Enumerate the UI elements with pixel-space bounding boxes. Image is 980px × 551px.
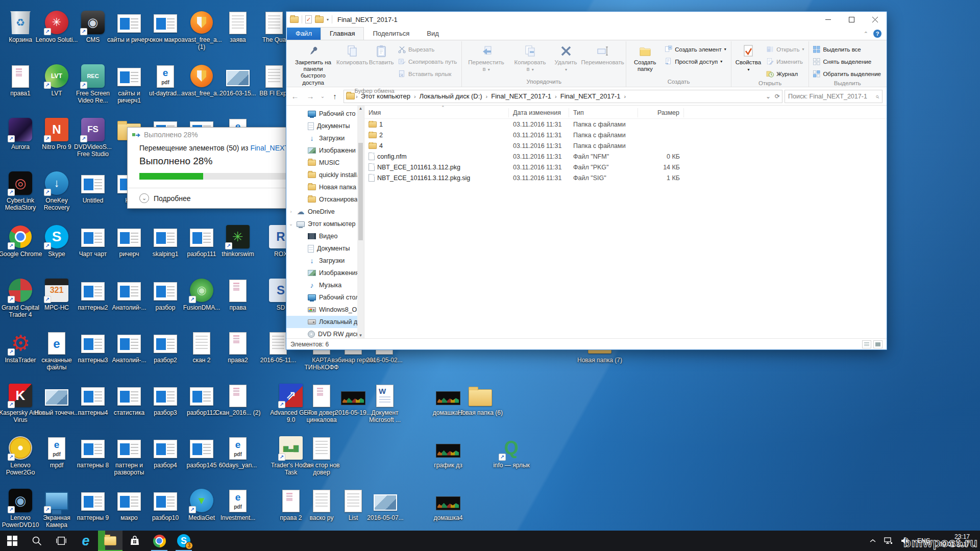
ribbon-button-Журнал[interactable]: Журнал <box>764 68 807 80</box>
ribbon-button-Снять выделение[interactable]: Снять выделение <box>811 56 884 67</box>
sidebar-item-Рабочий стол[interactable]: Рабочий стол <box>286 291 364 304</box>
ribbon-button-Простой доступ[interactable]: Простой доступ▾ <box>663 56 729 67</box>
tab-Вид[interactable]: Вид <box>418 28 448 40</box>
search-icon[interactable]: ⌕ <box>875 92 879 101</box>
refresh-icon[interactable]: ⟳ <box>775 93 780 100</box>
skype-button[interactable]: S3 <box>172 531 196 551</box>
minimize-button[interactable] <box>816 12 840 27</box>
sidebar-item-Загрузки[interactable]: ↓Загрузки <box>286 132 364 144</box>
desktop-icon[interactable]: epdf60days_yan... <box>214 436 261 469</box>
expander-icon[interactable]: ⌄ <box>288 221 293 227</box>
tab-Главная[interactable]: Главная <box>321 27 364 40</box>
desktop-icon[interactable]: права <box>214 278 261 311</box>
sidebar-item-DVD RW диско[interactable]: DVD RW диско <box>286 328 364 338</box>
ribbon-button-Переместить в[interactable]: Переместить в ▾ <box>463 42 509 78</box>
file-row[interactable]: 403.11.2016 11:31Папка с файлами <box>364 140 887 151</box>
column-header-Размер[interactable]: Размер <box>638 108 684 117</box>
ribbon-button-Открыть[interactable]: Открыть▾ <box>764 43 807 55</box>
explorer-titlebar[interactable]: ▾ Final_NEXT_2017-1 <box>286 12 887 27</box>
ribbon-collapse-icon[interactable]: ⌃ <box>864 31 868 37</box>
explorer-button[interactable] <box>98 531 122 551</box>
column-header-Дата изменения[interactable]: Дата изменения <box>509 108 569 117</box>
properties-qat-icon[interactable] <box>305 15 312 23</box>
file-row[interactable]: 103.11.2016 11:31Папка с файлами <box>364 119 887 130</box>
sidebar-item-OneDrive[interactable]: ›☁OneDrive <box>286 206 364 218</box>
ribbon-button-Создать элемент[interactable]: Создать элемент▾ <box>663 43 729 55</box>
breadcrumb-segment[interactable]: Final_NEXT_2017-1 <box>489 91 553 101</box>
details-view-button[interactable] <box>862 340 871 348</box>
ribbon-button-Переименовать[interactable]: Переименовать <box>581 42 625 78</box>
ribbon-button-Обратить выделение[interactable]: Обратить выделение <box>811 68 884 80</box>
ribbon-button-Копировать[interactable]: Копировать <box>338 42 366 87</box>
ribbon-button-Вставить ярлык[interactable]: Вставить ярлык <box>396 68 460 80</box>
ribbon-button-Вставить[interactable]: Вставить <box>367 42 396 87</box>
store-button[interactable] <box>122 531 147 551</box>
scrollbar-thumb[interactable] <box>358 143 363 241</box>
maximize-button[interactable] <box>840 12 863 27</box>
nav-pane-scrollbar[interactable]: ▲▼ <box>357 106 364 338</box>
breadcrumb-chevron-icon[interactable]: › <box>484 93 489 99</box>
desktop-icon[interactable]: 2016-05-07... <box>362 488 409 521</box>
edge-button[interactable]: e <box>74 531 98 551</box>
sidebar-item-Загрузки[interactable]: ↓Загрузки <box>286 255 364 267</box>
sidebar-item-Изображени[interactable]: Изображени <box>286 144 364 157</box>
tab-Файл[interactable]: Файл <box>287 28 321 40</box>
ribbon-button-Копировать в[interactable]: Копировать в ▾ <box>509 42 551 78</box>
breadcrumb-chevron-icon[interactable]: › <box>623 93 628 99</box>
desktop-icon[interactable]: домашка4 <box>425 488 472 521</box>
scroll-up-icon[interactable]: ▲ <box>357 106 364 111</box>
sidebar-item-Рабочий сто[interactable]: Рабочий сто <box>286 108 364 120</box>
breadcrumb-segment[interactable]: Final_NEXT_2017-1 <box>558 91 623 101</box>
column-header-Тип[interactable]: Тип <box>569 108 638 117</box>
ribbon-button-Свойства[interactable]: Свойства ▾ <box>733 42 764 80</box>
close-button[interactable] <box>863 12 887 27</box>
start-button[interactable] <box>0 531 24 551</box>
sidebar-item-Документы[interactable]: Документы <box>286 120 364 132</box>
column-header-Имя[interactable]: Имя <box>364 108 509 117</box>
address-dropdown-icon[interactable]: ⌄ <box>766 93 771 100</box>
sidebar-item-Новая папка (3[interactable]: Новая папка (3 <box>286 181 364 193</box>
desktop-icon[interactable]: Новая папка (6) <box>457 383 504 416</box>
sidebar-item-Видео[interactable]: Видео <box>286 230 364 242</box>
desktop-icon[interactable]: график дз <box>425 436 472 469</box>
new-folder-qat-icon[interactable] <box>315 16 324 23</box>
breadcrumb-chevron-icon[interactable]: › <box>553 93 558 99</box>
qat-dropdown-icon[interactable]: ▾ <box>327 17 329 22</box>
desktop-icon[interactable]: 2ая стор нов довер <box>298 436 345 476</box>
search-button[interactable] <box>24 531 49 551</box>
sidebar-item-Документы[interactable]: Документы <box>286 242 364 255</box>
ribbon-button-Вырезать[interactable]: Вырезать <box>396 43 460 55</box>
sidebar-item-Windows8_OS ([interactable]: Windows8_OS ( <box>286 304 364 316</box>
scroll-down-icon[interactable]: ▼ <box>357 333 364 338</box>
search-input[interactable] <box>788 93 873 100</box>
file-row[interactable]: 203.11.2016 11:31Папка с файлами <box>364 130 887 140</box>
desktop-icon[interactable]: WДокумент Microsoft ... <box>361 383 408 423</box>
desktop-icon[interactable]: Q↗info — ярлык <box>488 436 535 469</box>
file-row[interactable]: NBT_ECE_101161.3.112.pkg.sig03.11.2016 1… <box>364 172 887 183</box>
sort-ascending-icon[interactable]: ⌃ <box>441 106 445 110</box>
ribbon-button-Выделить все[interactable]: Выделить все <box>811 43 884 55</box>
large-icons-view-button[interactable] <box>873 340 883 348</box>
ribbon-button-Скопировать путь[interactable]: Скопировать путь <box>396 56 460 67</box>
desktop-icon[interactable]: Скан_2016... (2) <box>214 383 261 416</box>
tab-Поделиться[interactable]: Поделиться <box>364 28 418 40</box>
chrome-button[interactable] <box>147 531 172 551</box>
sidebar-item-Отсканированн[interactable]: Отсканированн <box>286 193 364 206</box>
desktop-icon[interactable]: epdfInvestment... <box>214 488 261 521</box>
ribbon-button-Удалить[interactable]: Удалить ▾ <box>551 42 580 78</box>
ribbon-button-Изменить[interactable]: Изменить <box>764 56 807 67</box>
file-row[interactable]: config.nfm03.11.2016 11:31Файл "NFM"0 КБ <box>364 151 887 162</box>
sidebar-item-quickly installat[interactable]: quickly installat <box>286 169 364 181</box>
expander-icon[interactable]: › <box>288 209 293 214</box>
desktop-icon[interactable]: ✳↗thinkorswim <box>214 224 261 258</box>
ribbon-button-Закрепить на панели быстрого доступа[interactable]: Закрепить на панели быстрого доступа <box>289 42 337 87</box>
ribbon-button-Создать папку[interactable]: Создать папку <box>628 42 662 78</box>
task-view-button[interactable] <box>49 531 74 551</box>
sidebar-item-Этот компьютер[interactable]: ⌄Этот компьютер <box>286 218 364 230</box>
sidebar-item-MUSIC[interactable]: MUSIC <box>286 157 364 169</box>
help-icon[interactable]: ? <box>873 30 881 38</box>
tray-chevron-up-icon[interactable] <box>867 531 878 551</box>
sidebar-item-Локальный дис[interactable]: Локальный дис <box>286 316 364 328</box>
sidebar-item-Музыка[interactable]: ♪Музыка <box>286 279 364 291</box>
network-icon[interactable] <box>881 531 895 551</box>
